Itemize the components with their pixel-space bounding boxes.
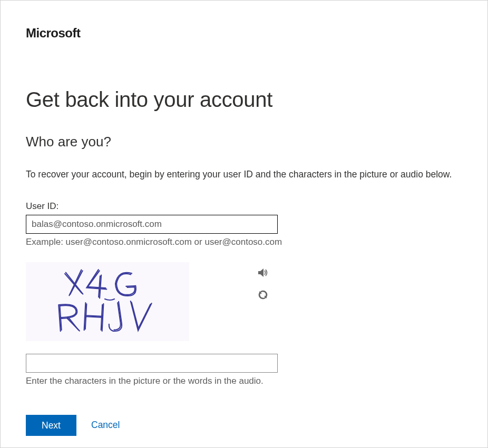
captcha-input[interactable] <box>26 354 278 373</box>
next-button[interactable]: Next <box>26 415 76 436</box>
captcha-image <box>26 262 189 341</box>
captcha-help-text: Enter the characters in the picture or t… <box>26 376 462 386</box>
user-id-input[interactable] <box>26 215 278 234</box>
page-title: Get back into your account <box>26 88 462 112</box>
cancel-link[interactable]: Cancel <box>91 420 120 431</box>
audio-icon[interactable] <box>257 266 269 279</box>
user-id-example: Example: user@contoso.onmicrosoft.com or… <box>26 237 462 247</box>
instructions-text: To recover your account, begin by enteri… <box>26 168 462 181</box>
microsoft-logo: Microsoft <box>26 26 462 41</box>
subheading: Who are you? <box>26 134 462 150</box>
user-id-label: User ID: <box>26 201 462 212</box>
refresh-icon[interactable] <box>257 288 269 301</box>
